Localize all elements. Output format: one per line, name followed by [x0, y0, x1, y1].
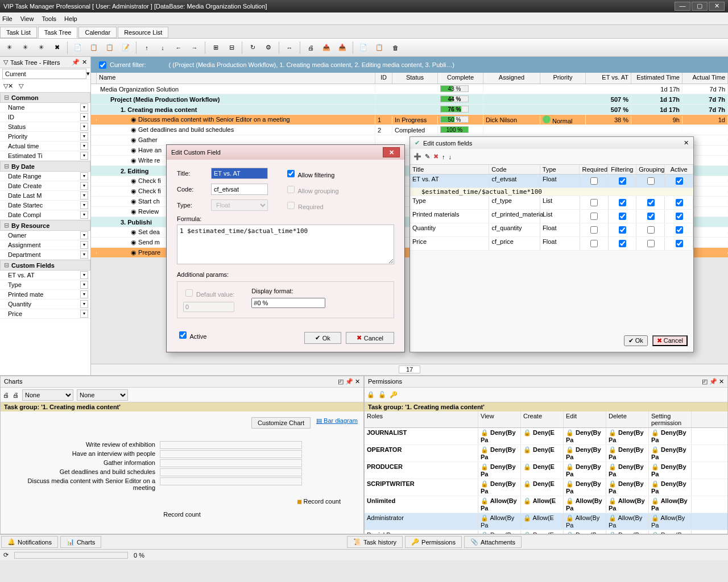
panel-collapse-icon[interactable]: ◰ — [702, 378, 708, 385]
menu-file[interactable]: File — [2, 15, 13, 22]
grid-row[interactable]: Media Organization Solution43 %1d 17h7d … — [91, 84, 728, 94]
perm-col-delete[interactable]: Delete — [606, 411, 649, 427]
dropdown-icon[interactable]: ▾ — [80, 231, 88, 239]
cf-col-req[interactable]: Required — [580, 165, 608, 174]
filter-row[interactable]: Owner▾ — [0, 231, 90, 240]
filter-row[interactable]: Date Range▾ — [0, 172, 90, 181]
grid-row[interactable]: Project (Media Production Workflow)44 %5… — [91, 94, 728, 105]
filter-row[interactable]: Price▾ — [0, 309, 90, 319]
cf-checkbox[interactable] — [619, 213, 626, 220]
cf-col-act[interactable]: Active — [665, 165, 693, 174]
col-complete[interactable]: Complete — [438, 73, 483, 84]
modal-ok-button[interactable]: ✔ Ok — [304, 332, 341, 344]
toolbar-left[interactable]: ← — [172, 41, 185, 55]
print-icon[interactable]: 🖨 — [3, 392, 9, 398]
toolbar-btn-5[interactable]: 📄 — [71, 41, 85, 55]
cf-checkbox[interactable] — [619, 226, 626, 234]
displayfmt-input[interactable] — [251, 298, 325, 308]
dropdown-icon[interactable]: ▾ — [80, 211, 88, 219]
currentfilter-checkbox[interactable] — [99, 61, 106, 69]
filter-row[interactable]: Date Compl▾ — [0, 210, 90, 220]
toolbar-right[interactable]: → — [188, 41, 201, 55]
col-priority[interactable]: Priority — [540, 73, 586, 84]
btab-charts[interactable]: 📊 Charts — [60, 536, 101, 548]
toolbar-export[interactable]: 📤 — [320, 41, 333, 55]
toolbar-btn-2[interactable]: ✳ — [18, 41, 32, 55]
key-icon[interactable]: 🔑 — [390, 391, 398, 398]
modal-close-button[interactable]: ✕ — [383, 147, 400, 157]
perm-col-setting[interactable]: Setting permission — [649, 411, 692, 427]
sidebar-group[interactable]: By Date — [0, 161, 90, 172]
toolbar-width[interactable]: ↔ — [283, 41, 296, 55]
toolbar-btn-8[interactable]: 📝 — [119, 41, 133, 55]
filter-row[interactable]: Printed mate▾ — [0, 290, 90, 300]
sidebar-group[interactable]: Common — [0, 92, 90, 103]
dropdown-icon[interactable]: ▾ — [80, 271, 88, 279]
toolbar-btn-1[interactable]: ✳ — [2, 41, 16, 55]
cf-checkbox[interactable] — [619, 240, 626, 247]
tab-resource-list[interactable]: Resource List — [118, 27, 168, 38]
print-icon-2[interactable]: 🖨 — [13, 392, 19, 398]
dropdown-icon[interactable]: ▾ — [80, 281, 88, 289]
cf-row[interactable]: ET vs. ATcf_etvsatFloat — [410, 174, 693, 188]
dropdown-icon[interactable]: ▾ — [80, 201, 88, 209]
cf-checkbox[interactable] — [619, 177, 626, 185]
perm-row[interactable]: Unlimited🔒 Allow(By Pa🔒 Allow(E🔒 Allow(B… — [365, 496, 727, 513]
perm-row[interactable]: PRODUCER🔒 Deny(By Pa🔒 Deny(E🔒 Deny(By Pa… — [365, 462, 727, 479]
dropdown-icon[interactable]: ▾ — [80, 123, 88, 131]
cf-checkbox[interactable] — [647, 213, 655, 220]
moveup-icon[interactable]: ↑ — [442, 153, 445, 160]
perm-row[interactable]: Daniel Brown🔒 Deny(By Pa🔒 Deny(E🔒 Deny(B… — [365, 530, 727, 534]
toolbar-btn-3[interactable]: ✳ — [34, 41, 48, 55]
panel-close-icon[interactable]: ✕ — [719, 378, 724, 385]
cf-checkbox[interactable] — [676, 177, 683, 185]
perm-row[interactable]: OPERATOR🔒 Deny(By Pa🔒 Deny(E🔒 Deny(By Pa… — [365, 445, 727, 462]
toolbar-btn-7[interactable]: 📋 — [103, 41, 117, 55]
cf-checkbox[interactable] — [647, 240, 655, 247]
cf-col-filt[interactable]: Filtering — [608, 165, 636, 174]
col-assigned[interactable]: Assigned — [483, 73, 540, 84]
apply-filter-icon[interactable]: ▽ — [19, 82, 23, 90]
maximize-button[interactable]: ▢ — [692, 2, 708, 11]
dropdown-icon[interactable]: ▾ — [80, 172, 88, 180]
tab-task-tree[interactable]: Task Tree — [38, 27, 78, 38]
menu-tools[interactable]: Tools — [42, 15, 56, 22]
menu-help[interactable]: Help — [64, 15, 77, 22]
close-button[interactable]: ✕ — [709, 2, 725, 11]
cf-checkbox[interactable] — [647, 199, 655, 206]
toolbar-btn-4[interactable]: ✖ — [50, 41, 64, 55]
cf-checkbox[interactable] — [676, 213, 683, 220]
toolbar-collapse[interactable]: ⊟ — [225, 41, 238, 55]
modal2-ok-button[interactable]: ✔ Ok — [624, 335, 648, 346]
panel-pin-icon[interactable]: 📌 — [345, 378, 353, 385]
modal-cancel-button[interactable]: ✖ Cancel — [346, 332, 394, 344]
perm-row[interactable]: Administrator🔒 Allow(By Pa🔒 Allow(E🔒 All… — [365, 513, 727, 530]
dropdown-icon[interactable]: ▾ — [80, 132, 88, 140]
charts-select-2[interactable]: None — [77, 389, 128, 401]
sidebar-close-icon[interactable]: ✕ — [82, 59, 87, 66]
formula-textarea[interactable]: 1 $estimated_time/$actual_time*100 — [177, 225, 394, 264]
tab-task-list[interactable]: Task List — [0, 27, 37, 38]
edit-icon[interactable]: ✎ — [425, 153, 430, 160]
toolbar-print[interactable]: 🖨 — [304, 41, 317, 55]
bar-diagram-link[interactable]: ▤ Bar diagram — [316, 417, 358, 429]
panel-pin-icon[interactable]: 📌 — [709, 378, 717, 385]
modal2-cancel-button[interactable]: ✖ Cancel — [652, 335, 688, 346]
unlock-icon[interactable]: 🔓 — [378, 391, 386, 398]
col-act[interactable]: Actual Time — [682, 73, 728, 84]
add-icon[interactable]: ➕ — [413, 153, 421, 160]
cf-row[interactable]: Pricecf_priceFloat — [410, 237, 693, 251]
menu-view[interactable]: View — [20, 15, 34, 22]
filter-row[interactable]: ET vs. AT▾ — [0, 271, 90, 280]
dropdown-icon[interactable]: ▾ — [80, 300, 88, 308]
col-est[interactable]: Estimated Time — [631, 73, 682, 84]
filter-row[interactable]: Name▾ — [0, 103, 90, 113]
panel-collapse-icon[interactable]: ◰ — [338, 378, 344, 385]
title-input[interactable] — [211, 168, 268, 179]
pin-icon[interactable]: 📌 — [72, 59, 80, 66]
dropdown-icon[interactable]: ▾ — [80, 103, 88, 111]
cf-checkbox[interactable] — [590, 240, 598, 247]
btab-permissions[interactable]: 🔑 Permissions — [405, 536, 462, 548]
modal2-close-icon[interactable]: ✕ — [684, 139, 689, 147]
customize-chart-button[interactable]: Customize Chart — [251, 417, 311, 429]
